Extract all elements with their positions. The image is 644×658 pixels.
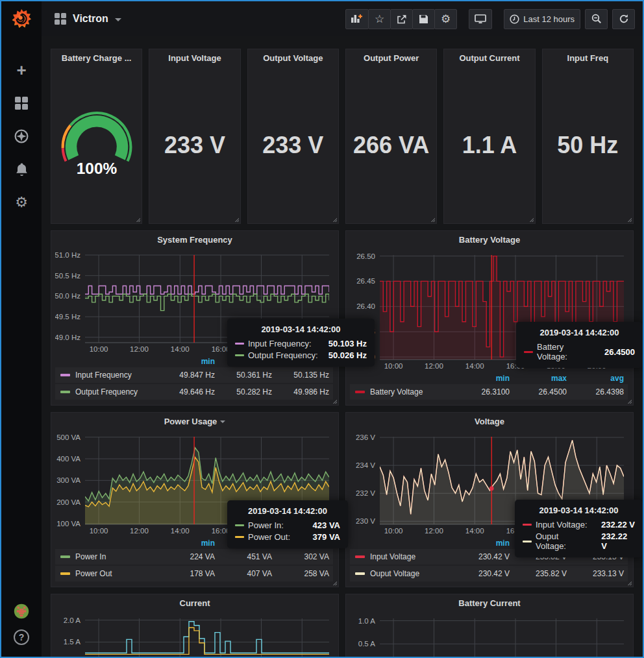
- chart-plot[interactable]: 10:0012:0014:0016:0018:0020:00236 V234 V…: [350, 432, 628, 536]
- chart-panel-5: Battery Current10:0012:0014:0016:0018:00…: [345, 594, 634, 657]
- panel-title[interactable]: Power Usage: [51, 413, 338, 430]
- svg-text:18:00: 18:00: [252, 345, 271, 353]
- share-button[interactable]: [390, 9, 413, 29]
- chart-body: 10:0012:0014:0016:0018:0020:00236 V234 V…: [346, 430, 633, 587]
- stat-body: 100%: [51, 67, 142, 223]
- panel-title[interactable]: System Frequency: [51, 231, 338, 249]
- svg-text:1.5 A: 1.5 A: [64, 638, 81, 646]
- panel-title[interactable]: Output Power: [346, 49, 436, 67]
- svg-text:26.40: 26.40: [356, 302, 375, 310]
- refresh-button[interactable]: [612, 9, 635, 29]
- legend-header[interactable]: max: [510, 374, 567, 383]
- legend-header[interactable]: avg: [272, 357, 329, 366]
- sidebar-item-alerting[interactable]: [14, 162, 29, 177]
- series-name[interactable]: Ouput Voltage: [370, 569, 452, 578]
- series-name[interactable]: Input Voltage: [370, 552, 452, 561]
- legend-value: 49.646 Hz: [158, 387, 215, 396]
- panel-title-text: Power Usage: [164, 417, 217, 426]
- stat-body: 233 V: [248, 67, 338, 223]
- legend-header[interactable]: max: [215, 539, 272, 548]
- chart-plot[interactable]: 10:0012:0014:0016:0018:0020:002.0 A1.5 A: [55, 613, 333, 657]
- time-range-button[interactable]: Last 12 hours: [504, 9, 580, 29]
- series-name[interactable]: Input Frequency: [75, 371, 158, 380]
- legend-header[interactable]: max: [215, 357, 272, 366]
- star-button[interactable]: ☆: [368, 9, 391, 29]
- sidebar-item-configuration[interactable]: ⚙: [14, 195, 29, 210]
- sidebar-item-create[interactable]: +: [14, 62, 29, 78]
- save-button[interactable]: [412, 9, 435, 29]
- plus-icon: +: [16, 64, 26, 77]
- chart-plot[interactable]: 10:0012:0014:0016:0018:0020:0051.0 Hz50.…: [55, 250, 333, 354]
- stat-panel-2: Output Voltage233 V: [247, 49, 339, 224]
- svg-text:14:00: 14:00: [465, 362, 484, 370]
- sidebar-item-dashboards[interactable]: [14, 95, 29, 111]
- legend-header[interactable]: min: [452, 539, 510, 548]
- legend-header[interactable]: max: [510, 539, 567, 548]
- grafana-logo[interactable]: [1, 1, 42, 36]
- top-navbar: Victron ☆: [42, 1, 643, 36]
- cycle-view-button[interactable]: [469, 9, 492, 29]
- series-name[interactable]: Power Out: [75, 569, 158, 578]
- panel-title-text: System Frequency: [157, 235, 232, 245]
- dashboard-picker[interactable]: Victron: [55, 13, 121, 25]
- legend-header[interactable]: min: [158, 357, 215, 366]
- chart-body: 10:0012:0014:0016:0018:0020:0051.0 Hz50.…: [51, 249, 338, 405]
- svg-text:20:00: 20:00: [293, 527, 312, 535]
- panel-title[interactable]: Input Freq: [543, 49, 633, 67]
- gauge-value: 100%: [76, 160, 117, 177]
- stat-body: 50 Hz: [543, 67, 633, 223]
- svg-text:26.45: 26.45: [356, 277, 375, 285]
- panel-title[interactable]: Output Current: [444, 49, 534, 67]
- chart-plot[interactable]: 10:0012:0014:0016:0018:0020:00500 VA400 …: [55, 432, 333, 536]
- legend-row: Power In224 VA451 VA302 VA: [55, 549, 333, 565]
- svg-text:200 VA: 200 VA: [56, 498, 80, 506]
- user-avatar[interactable]: [14, 603, 29, 619]
- svg-text:300 VA: 300 VA: [56, 476, 80, 484]
- panel-title[interactable]: Battery Current: [346, 594, 633, 612]
- question-mark-icon: ?: [19, 632, 25, 642]
- sidebar-item-explore[interactable]: [14, 128, 29, 144]
- series-name[interactable]: Output Frequency: [75, 387, 158, 396]
- legend-header[interactable]: min: [452, 374, 510, 383]
- main-area: Victron ☆: [42, 1, 643, 657]
- legend-value: 407 VA: [215, 569, 272, 578]
- panel-title[interactable]: Battery Voltage: [346, 231, 633, 249]
- legend-row: Battery Voltage26.310026.450026.4398: [350, 384, 628, 400]
- chart-plot[interactable]: 10:0012:0014:0016:0018:0020:001.0 A0.5 A: [350, 613, 628, 657]
- dashboard-settings-button[interactable]: ⚙: [434, 9, 457, 29]
- panel-title[interactable]: Voltage: [346, 413, 633, 430]
- legend-header[interactable]: avg: [567, 539, 624, 548]
- svg-text:50.5 Hz: 50.5 Hz: [55, 272, 80, 280]
- series-color-swatch: [60, 374, 70, 376]
- legend-row: Output Frequency49.646 Hz50.282 Hz49.986…: [55, 384, 333, 400]
- zoom-out-button[interactable]: [585, 9, 608, 29]
- svg-text:18:00: 18:00: [547, 362, 565, 370]
- charts-grid: System Frequency10:0012:0014:0016:0018:0…: [51, 230, 634, 657]
- legend-header[interactable]: avg: [272, 539, 329, 548]
- panel-title[interactable]: Output Voltage: [248, 49, 338, 67]
- legend-value: 230.42 V: [452, 569, 510, 578]
- navbar-actions: ☆ ⚙: [345, 9, 635, 29]
- panel-title[interactable]: Current: [51, 594, 338, 612]
- svg-text:12:00: 12:00: [130, 527, 149, 535]
- series-color-swatch: [355, 572, 365, 575]
- chart-plot[interactable]: 10:0012:0014:0016:0018:0020:0026.5026.45…: [350, 250, 628, 371]
- panel-title[interactable]: Input Voltage: [149, 49, 240, 67]
- legend-header[interactable]: avg: [567, 374, 624, 383]
- series-name[interactable]: Power In: [75, 552, 158, 561]
- add-panel-button[interactable]: [345, 9, 369, 29]
- legend-header[interactable]: min: [158, 539, 215, 548]
- legend-row: Power Out178 VA407 VA258 VA: [55, 566, 333, 581]
- panel-title[interactable]: Battery Charge ...: [51, 49, 142, 67]
- svg-text:12:00: 12:00: [130, 345, 149, 353]
- chart-legend: minmaxavgInput Voltage230.42 V235.82 V23…: [350, 537, 628, 583]
- legend-headers: minmaxavg: [55, 355, 333, 367]
- legend-value: 235.82 V: [510, 552, 567, 561]
- legend-value: 26.4398: [567, 387, 624, 396]
- series-name[interactable]: Battery Voltage: [370, 387, 452, 396]
- share-icon: [397, 14, 407, 24]
- help-button[interactable]: ?: [14, 629, 29, 645]
- chart-legend: minmaxavgPower In224 VA451 VA302 VAPower…: [55, 537, 333, 583]
- svg-text:234 V: 234 V: [356, 461, 375, 469]
- svg-text:2.0 A: 2.0 A: [64, 616, 81, 624]
